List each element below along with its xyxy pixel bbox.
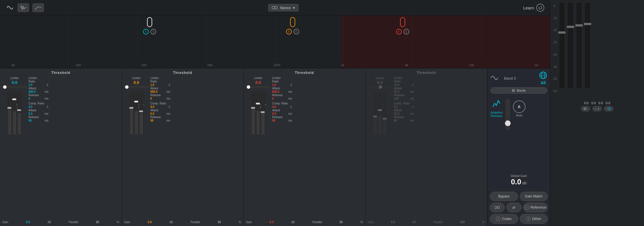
fader4-track[interactable] [585,3,590,88]
band1-limiter-value[interactable]: 0.0 [12,80,17,85]
band4-horiz-slider[interactable] [367,86,393,88]
band2-slider2[interactable] [134,92,138,134]
b2-ratio-label: Ratio [150,80,157,83]
b1-release-unit: ms [45,97,48,100]
gain-match-label: Gain Match [525,194,542,198]
band2-horiz-thumb[interactable] [125,85,129,89]
all-label[interactable]: All [541,80,546,85]
minus-icon: − [595,107,597,110]
b3-comp-attack-label: Attack [272,109,280,112]
band3-wave-icon [490,73,502,83]
right-top: Band 3 All [488,68,550,189]
b1-ratio-label: Ratio [28,80,35,83]
band4-slider2[interactable] [378,92,382,134]
band3-horiz-slider[interactable] [245,86,271,88]
top-bar-left [6,3,44,12]
b3-comp-release-unit: ms [288,119,292,122]
bypass-btn[interactable]: Bypass [490,192,518,201]
band1-slider2[interactable] [13,92,17,134]
fader1-track[interactable] [559,3,564,88]
band3-controls: Limiter 0.0 Comp.-30.0 [245,76,364,219]
band2-slider1[interactable] [130,92,134,134]
fader4-thumb[interactable] [584,23,591,25]
gain-match-btn[interactable]: Gain Match [520,192,548,201]
b2-limiter-label: Limiter [150,76,159,80]
band1-threshold-label: Threshold [2,71,120,75]
b4-attack-label: Attack [394,87,402,90]
band4-slider1[interactable] [373,92,377,134]
band3-slider1[interactable] [251,92,255,134]
b4-comp-release-label: Release [394,116,405,119]
band1-slider3[interactable] [17,92,21,134]
b4-gain-val: 0.0 [391,221,395,224]
band3-horiz-thumb[interactable] [247,85,250,89]
b1-release-label: Release [28,94,39,97]
stereo-mode-btn[interactable] [490,203,505,212]
freq-1000: 1000 [273,63,280,67]
fader2-thumb[interactable] [567,26,574,28]
scale-neg6: -6 [553,4,557,7]
reference-info-btn[interactable]: i Reference [523,203,548,212]
freq-60: 60 [11,63,15,67]
bands-link-btn[interactable]: ⛓ Bands [490,87,547,94]
b3-release-unit: ms [288,97,292,100]
codec-btn[interactable]: i Codec [490,214,518,224]
band2-limiter-label: Limiter [132,76,140,80]
val3: 0.0 [599,101,603,105]
band4-controls: Limiter 0.0 Comp.-12.0 [367,76,486,219]
swap-btn[interactable]: ⇄ [506,203,521,212]
waveform-btn[interactable] [18,3,29,12]
b4-release-label: Release [394,94,405,97]
stereo-selector[interactable]: Stereo ▾ [268,4,299,11]
adaptive-slider-thumb[interactable] [505,120,511,126]
band3-slider2[interactable] [256,92,260,134]
band1-horiz-thumb[interactable] [3,85,7,89]
b1-comp-ratio-unit: :1 [46,105,48,108]
band2-slider3[interactable] [139,92,143,134]
b1-parallel-label: Parallel [69,221,78,224]
dither-btn[interactable]: i Dither [520,214,548,224]
freq-6k: 6k [405,63,408,67]
b2-comp-ratio-label: Comp. Ratio [150,102,166,105]
band4-slider3[interactable] [383,92,387,134]
band2-params: Limiter Ratio 1.0:1 Attack 500.0ms Relea… [150,76,170,219]
learn-btn[interactable]: Learn [523,4,544,12]
minus-btn-1[interactable] [581,106,590,111]
learn-knob[interactable] [536,4,544,12]
band4-limiter-value[interactable]: 0.0 [377,80,383,85]
all-section[interactable]: All [539,71,547,85]
b4-attack-val: 20.0 [394,90,400,93]
b3-parallel-label: Parallel [312,221,322,224]
fader3-track[interactable] [576,3,582,88]
svg-point-2 [275,6,278,9]
curve-btn[interactable] [32,3,44,12]
band3-threshold-label: Threshold [245,71,364,75]
band3-slider3[interactable] [261,92,265,134]
b4-comp-attack-unit: ms [410,112,414,115]
band2-horiz-slider[interactable] [124,86,149,88]
freq-3k: 3k [341,63,345,67]
link-btn-sidebar[interactable] [604,106,613,111]
fader1 [559,3,564,88]
band1-slider1[interactable] [8,92,12,134]
bypass-label: Bypass [498,194,510,198]
band1-horiz-slider[interactable] [2,86,27,88]
band2-limiter-value[interactable]: 0.0 [134,80,139,85]
b2-parallel-label: Parallel [191,221,200,224]
band2-footer: Gain 0.0 dB Parallel 20 % [124,221,242,224]
band3-limiter-label: Limiter [254,76,262,80]
fader2-track[interactable] [568,3,573,88]
band3-limiter-value[interactable]: 0.0 [255,80,261,85]
band4-horiz-thumb[interactable] [379,85,382,89]
plusminus-btn[interactable]: − + [592,106,602,111]
b2-comp-release-unit: ms [166,119,170,122]
b3-attack-label: Attack [272,87,280,90]
fader3-thumb[interactable] [575,24,583,27]
b4-release-unit: ms [410,97,414,100]
auto-btn[interactable]: A [513,100,525,113]
adaptive-slider[interactable] [506,99,510,130]
b3-parallel-unit: % [360,221,363,224]
sidebar-bottom-btns: − + [553,106,641,111]
fader1-thumb[interactable] [558,31,566,34]
b1-parallel-unit: % [117,221,119,224]
